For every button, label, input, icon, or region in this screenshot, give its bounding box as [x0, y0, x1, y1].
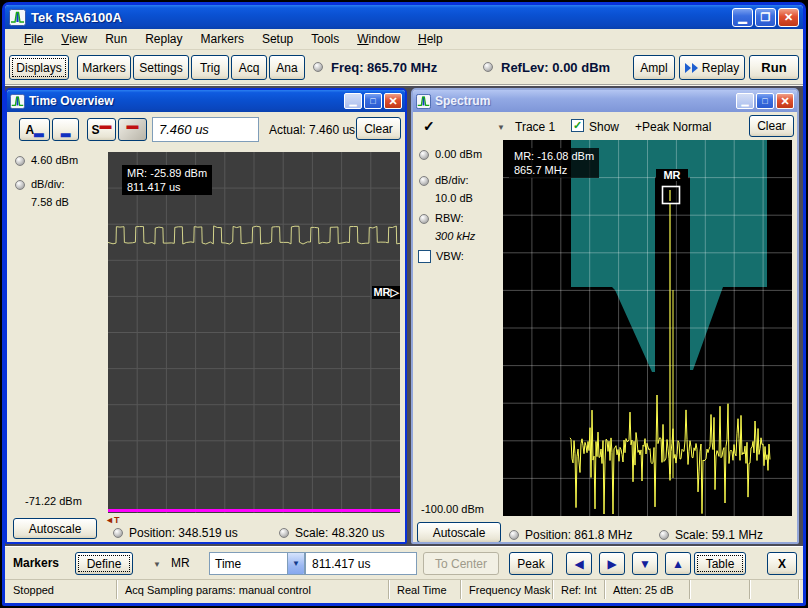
sp-clear-button[interactable]: Clear: [749, 115, 794, 137]
marker-select-dropdown-icon[interactable]: ▼: [153, 560, 161, 569]
sp-position-knob-icon[interactable]: [509, 530, 519, 540]
peak-lower-button[interactable]: ▼: [632, 552, 658, 575]
sp-marker-readout-amplitude: MR: -16.08 dBm: [514, 149, 594, 163]
to-low-trace-button[interactable]: ▂: [52, 118, 79, 141]
to-clear-button[interactable]: Clear: [356, 117, 401, 140]
acq-button[interactable]: Acq: [231, 55, 267, 80]
to-top-level-knob-icon[interactable]: [15, 156, 25, 166]
to-edge-marker[interactable]: MR▷: [372, 286, 400, 299]
sp-top-level: 0.00 dBm: [435, 148, 482, 160]
run-button[interactable]: Run: [749, 55, 799, 80]
sp-reflevel-knob-icon[interactable]: [419, 150, 429, 160]
ampl-button[interactable]: Ampl: [633, 55, 675, 80]
freq-readout: Freq: 865.70 MHz: [331, 60, 437, 75]
peak-button[interactable]: Peak: [509, 552, 553, 575]
to-center-button[interactable]: To Center: [423, 552, 499, 575]
sp-maximize-button[interactable]: □: [756, 93, 774, 109]
to-analysis-length-input[interactable]: 7.460 us: [152, 117, 259, 142]
minimize-button[interactable]: ▁: [732, 8, 753, 27]
status-cell-ref: Ref: Int: [553, 580, 605, 599]
menu-item-replay[interactable]: Replay: [136, 30, 191, 48]
to-edge-marker-label: MR: [373, 286, 390, 298]
to-maximize-button[interactable]: □: [364, 93, 382, 109]
to-spectrum-time-button[interactable]: S▬: [87, 118, 116, 141]
displays-button[interactable]: Displays: [9, 55, 69, 80]
replay-button[interactable]: Replay: [679, 55, 745, 80]
menu-item-tools[interactable]: Tools: [302, 30, 348, 48]
spectrum-plot[interactable]: MR: -16.08 dBm 865.7 MHz MR: [503, 140, 792, 516]
to-analysis-region-line[interactable]: [108, 509, 400, 512]
sp-close-button[interactable]: ✕: [776, 93, 794, 109]
replay-icon: [685, 63, 699, 73]
sp-rbw-label: RBW:: [435, 212, 464, 224]
to-autoscale-button[interactable]: Autoscale: [13, 518, 97, 539]
main-title-bar: Tek RSA6100A ▁ ❐ ✕: [5, 5, 803, 29]
sp-dbdiv-knob-icon[interactable]: [419, 176, 429, 186]
sp-detector-label: +Peak Normal: [635, 120, 711, 134]
status-bar: StoppedAcq Sampling params: manual contr…: [5, 579, 803, 599]
sp-minimize-button[interactable]: ▁: [736, 93, 754, 109]
restore-button[interactable]: ❐: [755, 8, 776, 27]
to-trigger-marker: ◄T: [105, 515, 119, 525]
screenshot-root: Tek RSA6100A ▁ ❐ ✕ FileViewRunReplayMark…: [0, 0, 808, 608]
to-selected-trace-button[interactable]: ▬: [118, 118, 147, 141]
sp-marker-readout-freq: 865.7 MHz: [514, 163, 594, 177]
menu-item-window[interactable]: Window: [348, 30, 409, 48]
sp-bottom-level: -100.00 dBm: [421, 503, 484, 515]
sp-dbdiv-value: 10.0 dB: [435, 192, 473, 204]
menu-item-help[interactable]: Help: [409, 30, 452, 48]
menu-item-view[interactable]: View: [52, 30, 96, 48]
sp-scale-knob-icon[interactable]: [659, 530, 669, 540]
sp-vbw-checkbox[interactable]: [418, 250, 431, 263]
to-amplitude-vs-time-button[interactable]: A▂: [19, 118, 50, 141]
sp-trace-dropdown-icon[interactable]: ▼: [497, 123, 505, 132]
menu-item-setup[interactable]: Setup: [253, 30, 302, 48]
sp-trace-label[interactable]: Trace 1: [515, 120, 555, 134]
status-cell-atten: Atten: 25 dB: [605, 580, 690, 599]
menu-item-run[interactable]: Run: [96, 30, 136, 48]
menu-item-file[interactable]: File: [15, 30, 52, 48]
to-position-knob-icon[interactable]: [113, 528, 123, 538]
trig-button[interactable]: Trig: [191, 55, 229, 80]
peak-left-button[interactable]: ◀: [566, 552, 592, 575]
to-top-level: 4.60 dBm: [31, 154, 78, 166]
sp-enabled-check-icon[interactable]: ✓: [423, 118, 435, 134]
to-minimize-button[interactable]: ▁: [344, 93, 362, 109]
menu-item-markers[interactable]: Markers: [192, 30, 253, 48]
sp-marker-label[interactable]: MR: [656, 169, 688, 181]
status-cell-stopped: Stopped: [5, 580, 117, 599]
to-marker-readout: MR: -25.89 dBm 811.417 us: [122, 165, 212, 195]
to-scale-knob-icon[interactable]: [279, 528, 289, 538]
sp-autoscale-button[interactable]: Autoscale: [417, 522, 501, 543]
markers-button[interactable]: Markers: [77, 55, 131, 80]
app-icon: [9, 9, 26, 26]
sp-show-check-icon: ✓: [573, 119, 582, 132]
ana-button[interactable]: Ana: [269, 55, 305, 80]
marker-position-input[interactable]: 811.417 us: [305, 552, 417, 575]
to-close-button[interactable]: ✕: [384, 93, 402, 109]
spectrum-icon: [416, 94, 431, 109]
peak-right-button[interactable]: ▶: [599, 552, 625, 575]
to-dbdiv-label: dB/div:: [31, 178, 65, 190]
marker-domain-combobox[interactable]: Time ▼: [209, 552, 305, 575]
reflev-knob-icon[interactable]: [483, 62, 493, 72]
marker-table-button[interactable]: Table: [694, 552, 746, 575]
peak-higher-button[interactable]: ▲: [665, 552, 691, 575]
main-toolbar: Displays Markers Settings Trig Acq Ana F…: [5, 50, 803, 86]
define-markers-button[interactable]: Define: [75, 552, 133, 575]
to-marker-readout-time: 811.417 us: [127, 180, 207, 194]
sp-dbdiv-label: dB/div:: [435, 174, 469, 186]
window-title: Tek RSA6100A: [31, 10, 122, 25]
time-overview-plot[interactable]: MR: -25.89 dBm 811.417 us MR▷: [108, 152, 400, 513]
to-dbdiv-knob-icon[interactable]: [15, 180, 25, 190]
sp-rbw-knob-icon[interactable]: [419, 214, 429, 224]
sp-show-checkbox[interactable]: ✓: [571, 119, 584, 132]
settings-button[interactable]: Settings: [133, 55, 189, 80]
spectrum-title-bar: Spectrum ▁ □ ✕: [413, 90, 797, 112]
freq-knob-icon[interactable]: [313, 62, 323, 72]
to-position: Position: 348.519 us: [129, 526, 238, 540]
combo-dropdown-icon[interactable]: ▼: [287, 553, 304, 574]
close-button[interactable]: ✕: [778, 8, 799, 27]
close-markers-bar-button[interactable]: X: [767, 552, 797, 575]
status-cell-empty7: [750, 580, 799, 599]
